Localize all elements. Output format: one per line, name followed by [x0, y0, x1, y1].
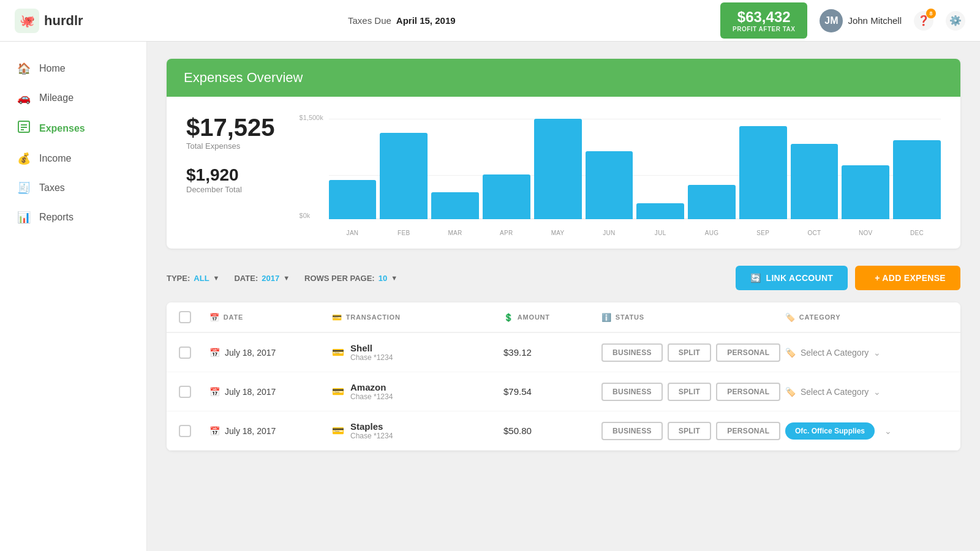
bar-labels-row: JANFEBMARAPRMAYJUNJULAUGSEPOCTNOVDEC	[329, 230, 941, 236]
rows-filter[interactable]: ROWS PER PAGE: 10 ▼	[304, 274, 398, 283]
row2-checkbox[interactable]	[179, 386, 191, 398]
reports-icon: 📊	[17, 211, 31, 224]
logo-area: 🐙 hurdlr	[15, 9, 83, 33]
row3-category-badge[interactable]: Ofc. Office Supplies	[785, 422, 875, 440]
chart-stats: $17,525 Total Expenses $1,920 December T…	[186, 114, 275, 194]
sidebar-label-reports: Reports	[39, 212, 74, 223]
row3-checkbox[interactable]	[179, 425, 191, 437]
row2-category-select[interactable]: 🏷️ Select A Category ⌄	[785, 387, 948, 397]
taxes-icon: 🧾	[17, 181, 31, 195]
row1-chevron-icon[interactable]: ⌄	[873, 348, 881, 358]
row2-amount: $79.54	[503, 386, 601, 397]
user-name: John Mitchell	[848, 15, 902, 26]
gear-icon: ⚙️	[949, 15, 962, 26]
row2-date: 📅 July 18, 2017	[209, 387, 332, 397]
user-menu[interactable]: JM John Mitchell	[820, 9, 902, 32]
bar-label-nov: NOV	[842, 230, 889, 236]
taxes-date: April 15, 2019	[396, 15, 456, 26]
row3-date: 📅 July 18, 2017	[209, 426, 332, 436]
row1-date-text: July 18, 2017	[225, 348, 276, 358]
header-checkbox[interactable]	[179, 311, 191, 323]
sidebar-item-income[interactable]: 💰 Income	[0, 144, 146, 173]
row1-business-btn[interactable]: BUSINESS	[601, 343, 663, 362]
bar-oct	[791, 144, 839, 219]
bar-jan	[329, 180, 377, 219]
row2-business-btn[interactable]: BUSINESS	[601, 383, 663, 401]
sidebar-item-mileage[interactable]: 🚗 Mileage	[0, 83, 146, 113]
row2-merchant-info: Amazon Chase *1234	[350, 382, 393, 401]
row2-chevron-icon[interactable]: ⌄	[873, 387, 881, 397]
bar-jul	[636, 203, 684, 219]
taxes-info: Taxes Due April 15, 2019	[348, 15, 456, 26]
bar-label-aug: AUG	[688, 230, 736, 236]
sidebar-item-taxes[interactable]: 🧾 Taxes	[0, 173, 146, 203]
row1-category-text: Select A Category	[801, 348, 869, 358]
profit-amount: $63,432	[733, 9, 795, 26]
sidebar-label-expenses: Expenses	[39, 123, 85, 134]
header-right: $63,432 PROFIT AFTER TAX JM John Mitchel…	[720, 2, 965, 39]
chart-header: Expenses Overview	[167, 59, 960, 97]
row1-checkbox[interactable]	[179, 347, 191, 359]
chart-title: Expenses Overview	[184, 70, 943, 86]
row2-merchant: Amazon	[350, 382, 393, 392]
type-filter-chevron[interactable]: ▼	[213, 274, 220, 282]
row1-merchant: Shell	[350, 343, 393, 353]
bar-label-apr: APR	[483, 230, 530, 236]
col-checkbox	[179, 311, 209, 323]
filters-right: 🔄 LINK ACCOUNT + ADD EXPENSE	[736, 266, 960, 290]
date-filter-value[interactable]: 2017	[262, 274, 279, 283]
row1-status-buttons: BUSINESS SPLIT PERSONAL	[601, 343, 785, 362]
transaction-col-icon: 💳	[332, 313, 342, 322]
row3-category-select[interactable]: Ofc. Office Supplies ⌄	[785, 422, 948, 440]
row3-business-btn[interactable]: BUSINESS	[601, 422, 663, 440]
date-filter-chevron[interactable]: ▼	[283, 274, 290, 282]
row1-date-icon: 📅	[209, 348, 220, 358]
profit-badge[interactable]: $63,432 PROFIT AFTER TAX	[720, 2, 807, 39]
add-expense-label: + ADD EXPENSE	[875, 273, 946, 283]
bar-label-mar: MAR	[431, 230, 479, 236]
main-content: Expenses Overview $17,525 Total Expenses…	[147, 42, 980, 551]
date-col-label: DATE	[224, 313, 243, 321]
col-status: ℹ️ STATUS	[601, 313, 785, 322]
total-expenses-amount: $17,525	[186, 114, 275, 141]
col-amount: 💲 AMOUNT	[503, 313, 601, 322]
type-filter[interactable]: TYPE: ALL ▼	[167, 274, 219, 283]
link-account-label: LINK ACCOUNT	[766, 273, 834, 283]
y-label-bottom: $0k	[300, 212, 311, 219]
rows-filter-value[interactable]: 10	[379, 274, 387, 283]
row3-checkbox-cell	[179, 425, 209, 437]
help-button[interactable]: ❓ 8	[914, 11, 933, 31]
sidebar-item-reports[interactable]: 📊 Reports	[0, 203, 146, 232]
amount-col-icon: 💲	[503, 313, 514, 322]
settings-button[interactable]: ⚙️	[946, 11, 965, 31]
row3-chevron-icon[interactable]: ⌄	[884, 426, 892, 436]
row1-personal-btn[interactable]: PERSONAL	[716, 343, 780, 362]
link-account-button[interactable]: 🔄 LINK ACCOUNT	[736, 266, 848, 290]
bar-dec	[893, 140, 941, 219]
row2-split-btn[interactable]: SPLIT	[668, 383, 712, 401]
filters-left: TYPE: ALL ▼ DATE: 2017 ▼ ROWS PER PAGE: …	[167, 274, 398, 283]
sidebar-item-expenses[interactable]: Expenses	[0, 113, 146, 144]
sidebar-item-home[interactable]: 🏠 Home	[0, 54, 146, 83]
bar-label-oct: OCT	[791, 230, 839, 236]
col-category: 🏷️ CATEGORY	[785, 313, 948, 322]
row3-personal-btn[interactable]: PERSONAL	[716, 422, 780, 440]
row1-split-btn[interactable]: SPLIT	[668, 343, 712, 362]
add-expense-button[interactable]: + ADD EXPENSE	[855, 266, 960, 290]
total-expenses-label: Total Expenses	[186, 141, 275, 151]
bars-container	[329, 119, 941, 219]
row1-merchant-info: Shell Chase *1234	[350, 343, 393, 362]
date-col-icon: 📅	[209, 313, 220, 322]
row1-category-select[interactable]: 🏷️ Select A Category ⌄	[785, 348, 948, 358]
month-total-amount: $1,920	[186, 165, 275, 185]
bar-chart: $1,500k $0k JANFEBMARAPRMAYJUNJULAUGSEPO…	[300, 114, 941, 236]
type-filter-value[interactable]: ALL	[194, 274, 209, 283]
row2-personal-btn[interactable]: PERSONAL	[716, 383, 780, 401]
date-filter[interactable]: DATE: 2017 ▼	[234, 274, 290, 283]
svg-text:🐙: 🐙	[20, 13, 35, 28]
row3-split-btn[interactable]: SPLIT	[668, 422, 712, 440]
category-col-icon: 🏷️	[785, 313, 796, 322]
row2-date-text: July 18, 2017	[225, 387, 276, 397]
profit-label: PROFIT AFTER TAX	[733, 26, 795, 32]
rows-filter-chevron[interactable]: ▼	[391, 274, 398, 282]
